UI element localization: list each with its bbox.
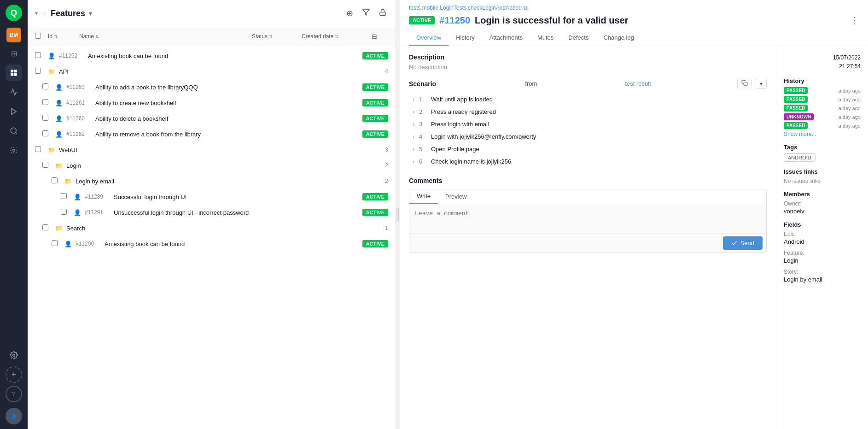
description-title: Description xyxy=(409,53,767,61)
tests-nav-item[interactable] xyxy=(6,65,22,81)
row-checkbox[interactable] xyxy=(35,52,41,58)
name-sort-icon[interactable]: ⇅ xyxy=(95,34,99,39)
star-icon[interactable]: ☆ xyxy=(41,10,47,17)
launch-nav-item[interactable] xyxy=(6,103,22,120)
app-logo[interactable]: Q xyxy=(6,5,22,21)
analytics-nav-item[interactable] xyxy=(6,84,22,100)
comment-footer: Send xyxy=(409,233,766,253)
group-name[interactable]: API xyxy=(59,68,69,75)
comment-input[interactable] xyxy=(409,204,766,232)
row-id: #11290 xyxy=(76,241,101,247)
scenario-step[interactable]: › 3 Press login with email xyxy=(409,118,767,130)
tab-changelog[interactable]: Change log xyxy=(596,30,641,46)
integrations-nav-item[interactable] xyxy=(6,142,22,159)
help-button[interactable]: ? xyxy=(6,386,22,402)
lock-button[interactable] xyxy=(377,7,388,20)
row-name[interactable]: An existing book can be found xyxy=(88,53,359,59)
row-name[interactable]: An existing book can be found xyxy=(105,241,359,247)
group-checkbox[interactable] xyxy=(35,68,41,74)
workspace-badge[interactable]: BM xyxy=(6,28,21,42)
detail-sidebar: 15/07/2022 21:27:54 History PASSED a day… xyxy=(776,46,868,429)
tab-attachments[interactable]: Attachments xyxy=(482,30,530,46)
step-number: 5 xyxy=(419,146,426,153)
copy-path-icon[interactable]: ⧉ xyxy=(524,5,528,11)
row-checkbox[interactable] xyxy=(61,193,67,199)
search-nav-item[interactable] xyxy=(6,123,22,139)
row-checkbox[interactable] xyxy=(52,240,58,246)
add-workspace-button[interactable]: + xyxy=(6,366,22,383)
step-text: Open Profile page xyxy=(431,146,479,153)
title-dropdown-icon[interactable]: ▾ xyxy=(89,10,92,17)
scenario-step[interactable]: › 1 Wait until app is loaded xyxy=(409,93,767,106)
scenario-link[interactable]: test result xyxy=(625,80,651,87)
scenario-actions: ▾ xyxy=(737,78,767,89)
collapse-button[interactable]: ▾ xyxy=(35,10,38,17)
status-sort-icon[interactable]: ⇅ xyxy=(269,34,273,39)
column-settings-button[interactable]: ⊟ xyxy=(370,31,379,42)
row-name[interactable]: Ability to add a book to the libraryQQQ xyxy=(95,84,359,91)
group-name[interactable]: Search xyxy=(66,225,85,232)
date-sort-icon[interactable]: ⇅ xyxy=(335,34,338,39)
group-checkbox[interactable] xyxy=(52,177,58,183)
scenario-step[interactable]: › 5 Open Profile page xyxy=(409,143,767,155)
group-name[interactable]: Login by email xyxy=(76,178,114,185)
group-row: 📁 Search 1 xyxy=(28,220,396,236)
group-name[interactable]: Login xyxy=(66,162,81,169)
filter-button[interactable] xyxy=(361,7,372,20)
row-name[interactable]: Ability to remove a book from the librar… xyxy=(95,131,359,138)
group-checkbox-col xyxy=(42,162,52,169)
user-icon: 👤 xyxy=(48,53,55,59)
list-item: 👤 #11260 Ability to delete a bookshelf A… xyxy=(28,111,396,126)
header-actions: ⊕ xyxy=(344,6,388,20)
svg-point-7 xyxy=(13,149,15,152)
row-name[interactable]: Ability to create new bookshelf xyxy=(95,100,359,106)
group-count: 3 xyxy=(374,147,388,153)
preview-tab[interactable]: Preview xyxy=(438,189,474,204)
scenario-step[interactable]: › 2 Press already registered xyxy=(409,106,767,118)
story-label: Story: xyxy=(784,269,861,275)
scenario-step[interactable]: › 4 Login with jojiyik256@lenfly.com/qwe… xyxy=(409,130,767,143)
row-checkbox[interactable] xyxy=(61,209,67,215)
send-button[interactable]: Send xyxy=(723,236,763,250)
show-more-link[interactable]: Show more... xyxy=(784,131,861,137)
row-checkbox[interactable] xyxy=(42,83,48,89)
row-checkbox[interactable] xyxy=(42,115,48,121)
svg-point-5 xyxy=(11,128,16,133)
select-all-checkbox[interactable] xyxy=(35,33,41,39)
comment-tabs: Write Preview xyxy=(409,189,766,204)
group-checkbox[interactable] xyxy=(35,146,41,152)
main-container: ▾ ☆ Features ▾ ⊕ Id ⇅ xyxy=(28,0,868,429)
group-checkbox[interactable] xyxy=(42,224,48,230)
row-id: #11289 xyxy=(85,194,110,200)
tab-defects[interactable]: Defects xyxy=(561,30,596,46)
settings-nav-item[interactable] xyxy=(6,347,22,364)
step-chevron-icon: › xyxy=(413,159,414,165)
scenario-step[interactable]: › 6 Check login name is jojiyik256 xyxy=(409,155,767,168)
tab-mutes[interactable]: Mutes xyxy=(530,30,561,46)
group-checkbox-col xyxy=(35,146,44,153)
detail-menu-button[interactable]: ⋮ xyxy=(850,15,859,26)
row-name[interactable]: Unsuccessful login through UI - incorrec… xyxy=(114,209,359,216)
row-name[interactable]: Successful login through UI xyxy=(114,194,359,200)
scenario-steps: › 1 Wait until app is loaded › 2 Press a… xyxy=(409,93,767,168)
group-checkbox[interactable] xyxy=(42,162,48,168)
dashboard-nav-item[interactable]: ⊞ xyxy=(6,45,22,62)
resize-handle[interactable] xyxy=(396,0,400,429)
add-button[interactable]: ⊕ xyxy=(344,6,355,20)
user-avatar[interactable]: 👤 xyxy=(6,408,22,424)
history-item: PASSED a day ago xyxy=(784,87,861,94)
id-sort-icon[interactable]: ⇅ xyxy=(54,34,58,39)
folder-icon: 📁 xyxy=(48,147,55,153)
group-name[interactable]: WebUI xyxy=(59,147,77,153)
row-name[interactable]: Ability to delete a bookshelf xyxy=(95,115,359,122)
copy-scenario-button[interactable] xyxy=(737,78,752,89)
expand-scenario-button[interactable]: ▾ xyxy=(756,79,767,89)
write-tab[interactable]: Write xyxy=(409,189,438,204)
group-count: 1 xyxy=(374,225,388,231)
tab-overview[interactable]: Overview xyxy=(409,30,449,46)
header-checkbox-col xyxy=(35,33,44,40)
group-row: 📁 WebUI 3 xyxy=(28,142,396,158)
tab-history[interactable]: History xyxy=(449,30,482,46)
row-checkbox[interactable] xyxy=(42,130,48,136)
row-checkbox[interactable] xyxy=(42,99,48,105)
